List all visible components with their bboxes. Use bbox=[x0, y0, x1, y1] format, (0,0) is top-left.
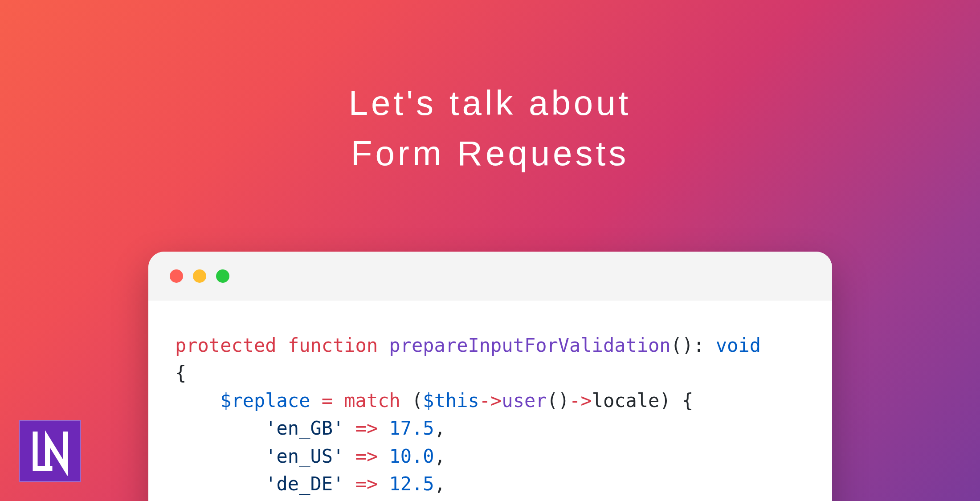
return-type: void bbox=[716, 334, 761, 356]
equals: = bbox=[310, 390, 344, 411]
method-user: user bbox=[502, 390, 547, 411]
code-window: protected function prepareInputForValida… bbox=[148, 252, 832, 501]
keyword-function: function bbox=[288, 334, 378, 356]
string-en-us: 'en_US' bbox=[265, 445, 344, 467]
var-this: $this bbox=[423, 390, 479, 411]
value-en-us: 10.0 bbox=[389, 445, 434, 467]
minimize-icon[interactable] bbox=[193, 269, 206, 283]
page-title: Let's talk about Form Requests bbox=[0, 78, 980, 179]
code-block: protected function prepareInputForValida… bbox=[148, 301, 832, 498]
colon: : bbox=[693, 334, 716, 356]
brace-open: { bbox=[175, 362, 186, 384]
function-name: prepareInputForValidation bbox=[389, 334, 670, 356]
close-icon[interactable] bbox=[170, 269, 183, 283]
logo-icon bbox=[25, 427, 74, 476]
value-de-de: 12.5 bbox=[389, 473, 434, 495]
keyword-protected: protected bbox=[175, 334, 277, 356]
var-replace: $replace bbox=[220, 390, 310, 411]
brand-logo bbox=[19, 420, 81, 482]
title-line-1: Let's talk about bbox=[349, 83, 632, 122]
keyword-match: match bbox=[344, 390, 400, 411]
string-en-gb: 'en_GB' bbox=[265, 417, 344, 439]
window-titlebar bbox=[148, 252, 832, 301]
prop-locale: locale bbox=[592, 390, 660, 411]
title-line-2: Form Requests bbox=[351, 134, 629, 173]
value-en-gb: 17.5 bbox=[389, 417, 434, 439]
string-de-de: 'de_DE' bbox=[265, 473, 344, 495]
parens: () bbox=[671, 334, 694, 356]
maximize-icon[interactable] bbox=[216, 269, 229, 283]
